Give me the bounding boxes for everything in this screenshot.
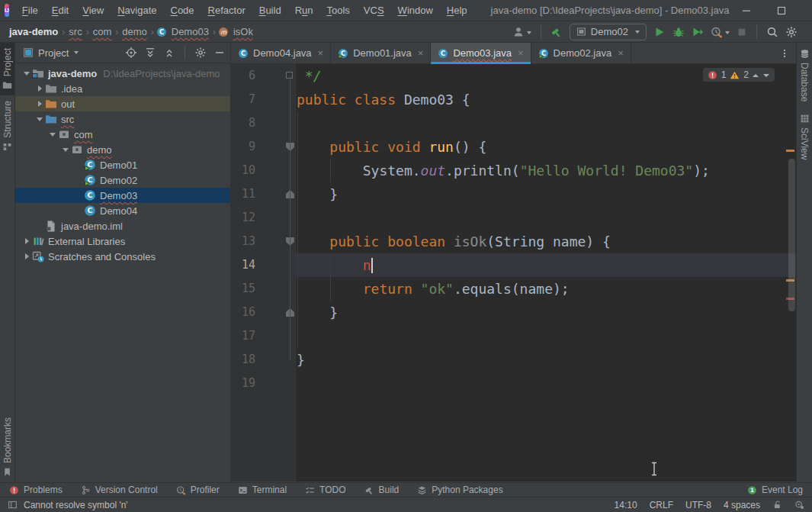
menu-edit[interactable]: Edit [45, 0, 75, 21]
breadcrumb-item-demo[interactable]: demo [120, 26, 149, 37]
hide-panel-button[interactable] [213, 47, 226, 59]
tool-window-button-python-packages[interactable]: Python Packages [417, 485, 502, 495]
menu-window[interactable]: Window [391, 0, 440, 21]
locate-file-button[interactable] [125, 47, 137, 59]
chevron-down-icon[interactable] [47, 129, 58, 140]
code-line-15[interactable]: return "ok".equals(name); [231, 277, 796, 301]
tab-close-icon[interactable]: × [318, 47, 324, 59]
chevron-right-icon[interactable] [34, 83, 45, 94]
tree-item-demo04[interactable]: CDemo04 [15, 203, 230, 218]
breadcrumb-item-isok[interactable]: misOk [218, 26, 255, 37]
breadcrumb-item-com[interactable]: com [91, 26, 114, 37]
tool-window-button-todo[interactable]: TODO [305, 485, 345, 495]
chevron-right-icon[interactable] [21, 251, 32, 262]
menu-help[interactable]: Help [440, 0, 474, 21]
tab-close-icon[interactable]: × [418, 47, 424, 59]
menu-navigate[interactable]: Navigate [111, 0, 163, 21]
tree-item-scratches-and-consoles[interactable]: Scratches and Consoles [15, 249, 230, 264]
tree-item-com[interactable]: com [15, 127, 230, 142]
collapse-all-button[interactable] [163, 47, 175, 59]
menu-vcs[interactable]: VCS [357, 0, 391, 21]
chevron-right-icon[interactable] [34, 98, 45, 109]
caret-position[interactable]: 14:10 [615, 500, 637, 510]
tool-window-button-problems[interactable]: Problems [9, 485, 63, 495]
code-line-19[interactable] [231, 372, 796, 395]
line-separator[interactable]: CRLF [650, 500, 673, 510]
code-line-10[interactable]: System.out.println("Hello World! Demo03"… [231, 159, 796, 182]
tree-item-demo02[interactable]: CDemo02 [15, 172, 230, 188]
code-line-11[interactable]: } [231, 182, 796, 206]
tree-item-out[interactable]: out [15, 96, 230, 111]
code-line-14[interactable]: n [231, 253, 796, 277]
tree-item--idea[interactable]: .idea [15, 81, 230, 96]
editor-tab-demo03-java[interactable]: CDemo03.java× [431, 43, 531, 63]
tree-item-external-libraries[interactable]: External Libraries [15, 233, 230, 249]
close-button[interactable] [799, 0, 812, 21]
tool-window-button-profiler[interactable]: Profiler [176, 485, 220, 495]
editor-tab-demo01-java[interactable]: CDemo01.java× [331, 43, 431, 63]
editor-tab-demo02-java[interactable]: CDemo02.java× [531, 43, 631, 63]
minimize-button[interactable] [729, 0, 764, 21]
build-button[interactable] [550, 25, 563, 38]
run-configuration-select[interactable]: Demo02 [570, 24, 647, 40]
tree-item-java-demo-iml[interactable]: java-demo.iml [15, 218, 230, 233]
code-line-16[interactable]: } [231, 301, 796, 324]
code-line-17[interactable] [231, 324, 796, 348]
code-line-8[interactable] [231, 111, 796, 135]
hidden-tabs-button[interactable] [773, 43, 796, 63]
breadcrumb-item-java-demo[interactable]: java-demo [8, 26, 59, 37]
editor-tab-demo04-java[interactable]: CDemo04.java× [231, 43, 331, 63]
file-encoding[interactable]: UTF-8 [685, 500, 711, 510]
layout-toggle-icon[interactable] [8, 500, 18, 510]
chevron-right-icon[interactable] [21, 236, 32, 246]
tool-button-project[interactable]: Project [0, 43, 14, 95]
menu-refactor[interactable]: Refactor [201, 0, 252, 21]
tab-close-icon[interactable]: × [618, 47, 624, 59]
tool-button-structure[interactable]: Structure [0, 95, 14, 157]
code-line-13[interactable]: public boolean isOk(String name) { [231, 230, 796, 253]
tool-button-bookmarks[interactable]: Bookmarks [0, 412, 14, 482]
tree-item-demo01[interactable]: CDemo01 [15, 157, 230, 172]
code-line-18[interactable]: } [231, 348, 796, 372]
menu-code[interactable]: Code [163, 0, 201, 21]
tool-button-database[interactable]: Database [799, 43, 810, 108]
stop-button[interactable] [737, 26, 747, 38]
chevron-down-icon[interactable] [34, 114, 45, 124]
menu-build[interactable]: Build [252, 0, 288, 21]
debug-button[interactable] [672, 25, 685, 38]
expand-all-button[interactable] [144, 47, 156, 59]
tree-item-demo03[interactable]: CDemo03 [15, 188, 230, 203]
menu-tools[interactable]: Tools [320, 0, 357, 21]
tool-window-button-event-log[interactable]: 1Event Log [747, 485, 803, 495]
user-button[interactable] [512, 25, 531, 38]
tab-close-icon[interactable]: × [518, 47, 524, 59]
tree-item-java-demo[interactable]: java-demoD:\IdeaProjects\java-demo [15, 66, 230, 81]
chevron-down-icon[interactable] [74, 51, 79, 54]
inspection-widget[interactable]: 1 2 [703, 68, 775, 82]
run-with-coverage-button[interactable] [692, 25, 704, 38]
code-line-9[interactable]: public void run() { [231, 135, 796, 159]
menu-file[interactable]: File [15, 0, 45, 21]
breadcrumb-item-src[interactable]: src [67, 26, 83, 37]
profiler-button[interactable] [711, 25, 730, 38]
search-everywhere-button[interactable] [766, 25, 778, 38]
unlock-icon[interactable] [772, 500, 782, 510]
run-button[interactable] [653, 25, 666, 38]
chevron-down-icon[interactable] [21, 68, 32, 79]
previous-problem-button[interactable] [753, 72, 759, 79]
tool-window-button-build[interactable]: Build [364, 485, 400, 495]
panel-settings-button[interactable] [194, 47, 207, 59]
chevron-down-icon[interactable] [60, 144, 71, 155]
indent-setting[interactable]: 4 spaces [724, 500, 760, 510]
settings-button[interactable] [785, 25, 798, 38]
breadcrumb-item-demo03[interactable]: CDemo03 [156, 26, 210, 37]
menu-view[interactable]: View [75, 0, 111, 21]
code-line-12[interactable] [231, 206, 796, 230]
tree-item-demo[interactable]: demo [15, 142, 230, 157]
editor-scrollbar[interactable] [788, 159, 795, 311]
inspection-profile-icon[interactable] [794, 500, 804, 510]
tool-window-button-version-control[interactable]: Version Control [81, 485, 158, 495]
code-line-7[interactable]: public class Demo03 { [231, 88, 796, 111]
tool-window-button-terminal[interactable]: Terminal [238, 485, 287, 495]
code-editor[interactable]: 678910111213141516171819 */public class … [231, 64, 796, 481]
